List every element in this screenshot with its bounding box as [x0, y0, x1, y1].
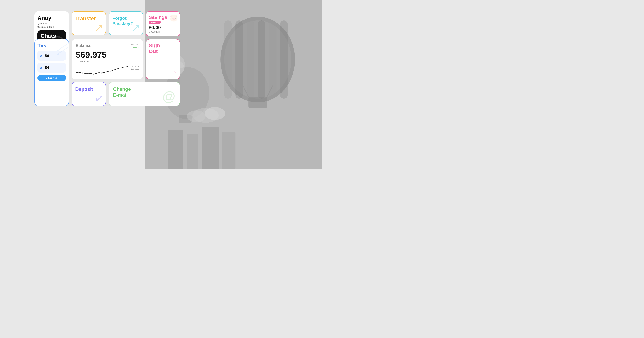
svg-point-38 — [107, 71, 108, 72]
savings-title: Savings — [149, 14, 167, 20]
dashboard: Anoy @luna ⧉ 0x58ce...9FFb ⧉ Chats Trans… — [34, 11, 176, 106]
balance-card: Balance Last 24h +10.44 % $69.975 0.0251… — [72, 39, 143, 79]
email-at-icon: @ — [162, 89, 176, 104]
svg-line-23 — [58, 43, 68, 51]
svg-rect-17 — [187, 134, 198, 169]
piggy-icon: 🐷 — [170, 14, 178, 22]
svg-point-35 — [98, 72, 100, 73]
svg-point-30 — [84, 73, 86, 74]
copy-address-icon[interactable]: ⧉ — [53, 26, 54, 28]
txs-card: Txs ↙ $6 ↙ $4 VIEW ALL — [34, 39, 69, 106]
savings-card[interactable]: Savings DISABLED $0.00 0.0000 ETH 🐷 — [146, 11, 180, 36]
svg-rect-3 — [235, 20, 243, 99]
chart-svg — [76, 65, 128, 76]
profile-name: Anoy — [38, 15, 66, 21]
svg-point-34 — [96, 73, 97, 74]
svg-point-14 — [204, 107, 225, 120]
svg-point-37 — [104, 72, 105, 73]
svg-rect-4 — [246, 20, 254, 99]
svg-point-27 — [76, 72, 76, 73]
svg-point-15 — [187, 110, 206, 122]
svg-point-33 — [93, 74, 94, 74]
svg-rect-5 — [258, 20, 265, 99]
balance-eth: 0.0251 ETH — [76, 60, 139, 63]
transfer-arrow-icon: ↗ — [94, 22, 104, 33]
last24-label: Last 24h — [131, 43, 139, 46]
svg-point-31 — [88, 73, 88, 74]
tx-amount-1: $6 — [45, 54, 49, 58]
transfer-label: Transfer — [75, 16, 96, 21]
svg-point-28 — [79, 72, 80, 73]
svg-point-41 — [115, 69, 116, 70]
tx-arrow-icon-1: ↙ — [40, 53, 43, 58]
svg-rect-2 — [224, 20, 232, 99]
balance-title: Balance — [76, 43, 91, 48]
disabled-badge: DISABLED — [149, 21, 161, 24]
email-card[interactable]: ChangeE-mail @ — [109, 82, 180, 106]
transfer-card[interactable]: Transfer ↗ — [72, 11, 106, 35]
balance-change: +10.44 % — [130, 46, 139, 48]
tx-amount-2: $4 — [45, 65, 49, 70]
profile-handle: @luna — [38, 22, 44, 25]
passkey-arrow-icon: ↗ — [131, 22, 140, 33]
copy-handle-icon[interactable]: ⧉ — [46, 22, 47, 24]
deposit-label: Deposit — [75, 86, 93, 92]
svg-rect-7 — [280, 20, 288, 99]
chats-label: Chats — [40, 33, 56, 39]
svg-point-32 — [90, 73, 91, 74]
deposit-arrow-icon: ↙ — [95, 93, 103, 104]
svg-point-42 — [118, 68, 119, 69]
view-all-button[interactable]: VIEW ALL — [38, 75, 66, 81]
email-label: ChangeE-mail — [113, 86, 131, 98]
svg-point-36 — [101, 72, 102, 73]
txs-arrows-bg — [56, 41, 69, 56]
svg-point-29 — [82, 72, 83, 73]
svg-line-24 — [58, 47, 68, 54]
svg-rect-18 — [202, 127, 218, 169]
deposit-card[interactable]: Deposit ↙ — [72, 82, 106, 106]
svg-point-43 — [121, 67, 122, 68]
tx-arrow-icon-2: ↙ — [40, 65, 43, 70]
balance-chart: 1 ETH = 2314.900 — [76, 65, 139, 76]
balance-amount: $69.975 — [76, 50, 139, 60]
balance-last24: Last 24h +10.44 % — [130, 43, 139, 49]
signout-arrow-icon: → — [169, 67, 178, 77]
svg-point-40 — [112, 70, 114, 71]
svg-point-44 — [124, 66, 125, 67]
passkey-label: ForgotPasskey? — [112, 16, 133, 26]
svg-point-45 — [128, 66, 128, 67]
svg-rect-16 — [168, 130, 183, 169]
savings-eth: 0.0000 ETH — [149, 30, 177, 33]
svg-rect-6 — [269, 20, 276, 99]
txs-title: Txs — [38, 43, 46, 49]
profile-address: 0x58ce...9FFb — [38, 26, 52, 28]
signout-card[interactable]: SignOut → — [146, 39, 180, 79]
passkey-card[interactable]: ForgotPasskey? ↗ — [109, 11, 143, 35]
savings-amount: $0.00 — [149, 25, 177, 30]
svg-rect-19 — [222, 132, 235, 169]
rate-label: 1 ETH = 2314.900 — [131, 65, 139, 70]
tx-item-2: ↙ $4 — [38, 63, 66, 73]
svg-point-39 — [110, 71, 111, 71]
signout-label: SignOut — [149, 43, 160, 54]
svg-rect-8 — [248, 97, 267, 108]
